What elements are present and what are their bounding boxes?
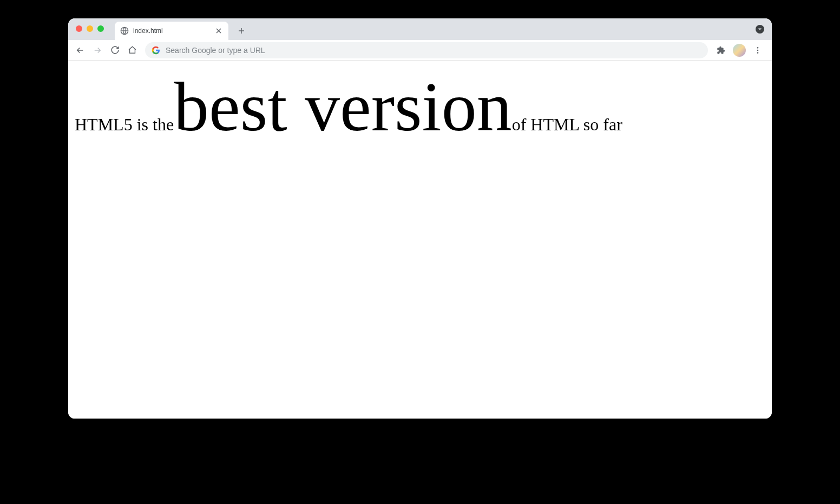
window-controls (76, 25, 104, 32)
back-button[interactable] (73, 43, 88, 58)
window-maximize-button[interactable] (97, 25, 104, 32)
menu-button[interactable] (750, 43, 765, 58)
globe-icon (120, 26, 129, 35)
new-tab-button[interactable] (234, 23, 249, 38)
window-close-button[interactable] (76, 25, 82, 32)
toolbar-right (713, 43, 767, 58)
svg-point-2 (757, 49, 759, 51)
browser-tab[interactable]: index.html (115, 22, 228, 40)
home-button[interactable] (124, 43, 140, 58)
tab-search-button[interactable] (756, 25, 764, 34)
forward-button[interactable] (90, 43, 105, 58)
tab-title: index.html (133, 27, 163, 35)
address-bar[interactable]: Search Google or type a URL (145, 42, 708, 58)
content-text-line: HTML5 is thebest versionof HTML so far (75, 71, 765, 142)
tab-strip: index.html (68, 18, 772, 40)
page-content: HTML5 is thebest versionof HTML so far (68, 61, 772, 419)
tab-close-button[interactable] (214, 26, 223, 35)
text-emphasis: best version (174, 68, 512, 145)
profile-avatar[interactable] (733, 44, 746, 57)
extensions-button[interactable] (713, 43, 729, 58)
browser-toolbar: Search Google or type a URL (68, 40, 772, 61)
address-bar-placeholder: Search Google or type a URL (166, 46, 265, 55)
text-prefix: HTML5 is the (75, 115, 174, 134)
text-suffix: of HTML so far (512, 115, 622, 134)
svg-point-3 (757, 52, 759, 54)
browser-window: index.html (68, 18, 772, 419)
window-minimize-button[interactable] (87, 25, 93, 32)
svg-point-1 (757, 47, 759, 49)
reload-button[interactable] (107, 43, 122, 58)
google-icon (152, 46, 160, 55)
